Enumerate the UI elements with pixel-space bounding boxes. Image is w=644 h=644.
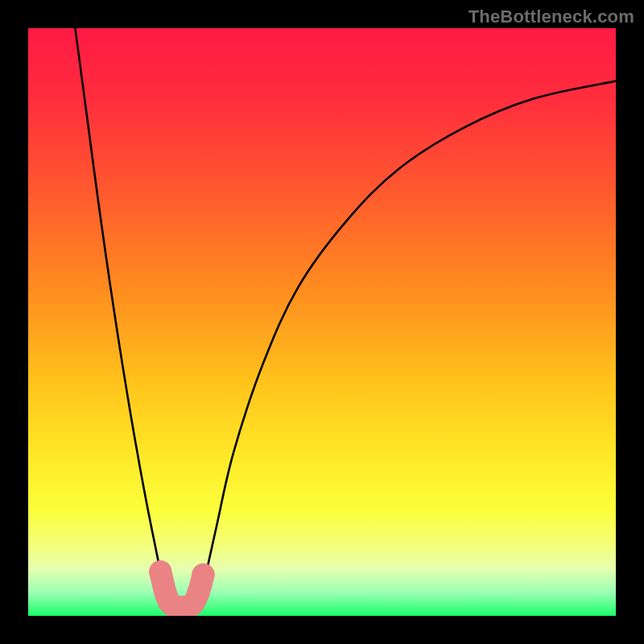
outer-frame: TheBottleneck.com — [0, 0, 644, 644]
watermark-text: TheBottleneck.com — [469, 6, 634, 27]
plot-area — [28, 28, 616, 616]
heat-gradient — [28, 28, 616, 616]
